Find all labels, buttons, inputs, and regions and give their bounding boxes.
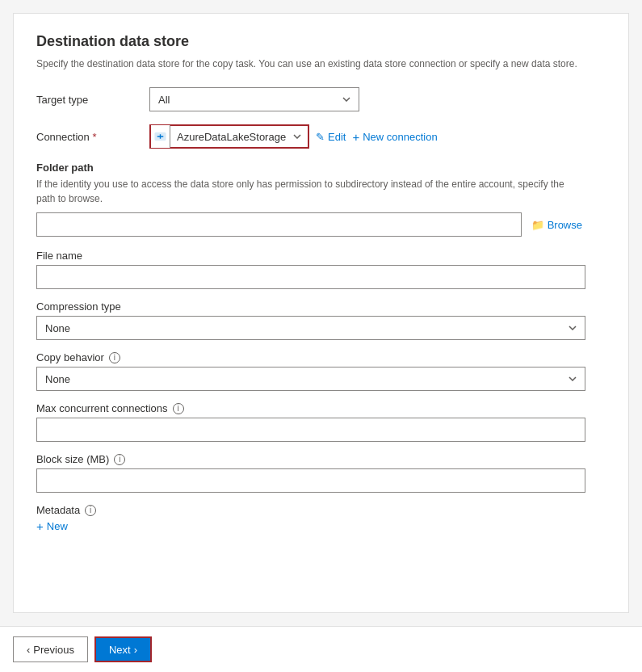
copy-behavior-info-icon: i [109, 352, 120, 363]
folder-icon: 📁 [531, 219, 544, 231]
folder-path-title: Folder path [36, 162, 585, 174]
metadata-section: Metadata i + New [36, 504, 585, 533]
folder-path-description: If the identity you use to access the da… [36, 177, 585, 206]
folder-path-section: Folder path If the identity you use to a… [36, 162, 585, 237]
compression-type-label: Compression type [36, 300, 585, 313]
connection-control: AzureDataLakeStorage ✎ Edit + New connec… [149, 124, 585, 149]
copy-behavior-select[interactable]: None [36, 367, 585, 391]
compression-type-select[interactable]: None [36, 316, 585, 340]
copy-behavior-label: Copy behavior i [36, 351, 585, 363]
max-concurrent-section: Max concurrent connections i [36, 402, 585, 442]
max-concurrent-info-icon: i [173, 403, 184, 414]
connection-label: Connection * [36, 131, 149, 143]
browse-button[interactable]: 📁 Browse [528, 219, 585, 231]
edit-button[interactable]: ✎ Edit [316, 131, 346, 143]
metadata-info-icon: i [85, 505, 96, 516]
chevron-left-icon: ‹ [27, 644, 30, 656]
target-type-control: All [149, 87, 585, 111]
file-name-label: File name [36, 250, 585, 262]
edit-icon: ✎ [316, 131, 325, 143]
block-size-info-icon: i [114, 454, 125, 465]
plus-icon: + [36, 519, 44, 533]
max-concurrent-label: Max concurrent connections i [36, 402, 585, 414]
folder-path-input[interactable]: copyfroms3 [36, 212, 522, 237]
max-concurrent-input[interactable] [36, 418, 585, 442]
chevron-right-icon: › [134, 644, 137, 656]
file-name-input[interactable] [36, 265, 585, 289]
plus-icon: + [352, 130, 359, 144]
block-size-section: Block size (MB) i [36, 453, 585, 493]
page-title: Destination data store [36, 33, 585, 50]
folder-path-row: copyfroms3 📁 Browse [36, 212, 585, 237]
compression-type-section: Compression type None [36, 300, 585, 340]
previous-button[interactable]: ‹ Previous [13, 636, 88, 662]
file-name-section: File name [36, 250, 585, 289]
new-connection-button[interactable]: + New connection [352, 130, 437, 144]
connection-select[interactable]: AzureDataLakeStorage [170, 126, 308, 147]
block-size-label: Block size (MB) i [36, 453, 585, 465]
footer: ‹ Previous Next › [0, 626, 642, 672]
target-type-row: Target type All [36, 87, 585, 111]
connection-row: Connection * AzureDataLakeStorage ✎ [36, 124, 585, 149]
next-button[interactable]: Next › [94, 636, 152, 662]
add-metadata-button[interactable]: + New [36, 519, 68, 533]
target-type-select[interactable]: All [149, 87, 359, 111]
block-size-input[interactable] [36, 468, 585, 493]
connection-select-wrapper: AzureDataLakeStorage [149, 124, 309, 149]
target-type-label: Target type [36, 94, 149, 106]
connection-icon [151, 125, 170, 148]
metadata-label: Metadata i [36, 504, 585, 516]
copy-behavior-section: Copy behavior i None [36, 351, 585, 391]
page-description: Specify the destination data store for t… [36, 57, 585, 71]
